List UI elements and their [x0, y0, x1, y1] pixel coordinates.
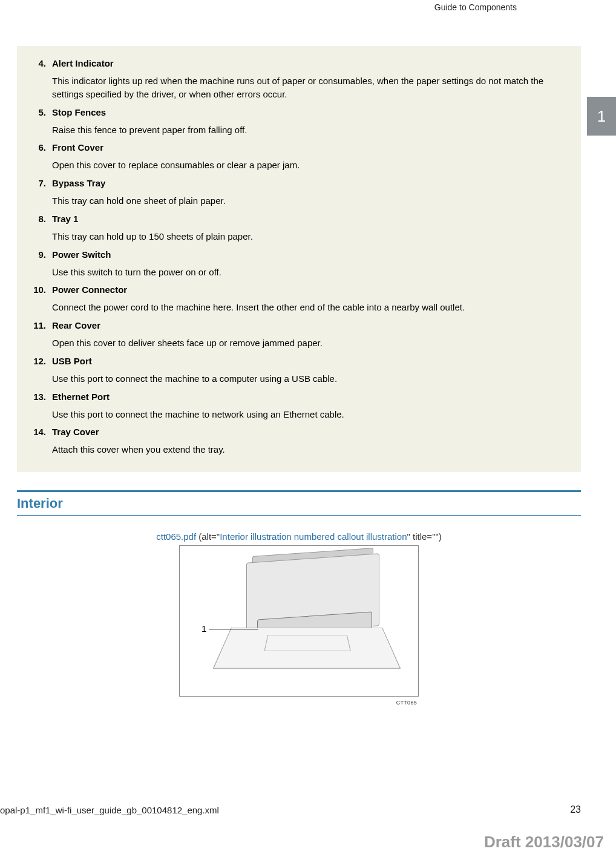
figure-alt-suffix: " title="") [407, 531, 442, 542]
list-description: This indicator lights up red when the ma… [52, 74, 570, 101]
list-number: 7. [28, 178, 52, 208]
list-description: Connect the power cord to the machine he… [52, 301, 570, 314]
list-title: Alert Indicator [52, 58, 570, 68]
list-item: 14. Tray Cover Attach this cover when yo… [28, 427, 570, 456]
list-item: 12. USB Port Use this port to connect th… [28, 356, 570, 386]
list-description: Open this cover to replace consumables o… [52, 159, 570, 172]
figure-area: ctt065.pdf (alt="Interior illustration n… [17, 531, 581, 697]
list-number: 8. [28, 214, 52, 243]
figure-alt-prefix: (alt=" [196, 531, 220, 542]
list-item: 9. Power Switch Use this switch to turn … [28, 249, 570, 279]
list-title: USB Port [52, 356, 570, 366]
footer-filename: opal-p1_mf1_wi-fi_user_guide_gb_00104812… [0, 805, 219, 815]
list-title: Bypass Tray [52, 178, 570, 188]
page-header-section: Guide to Components [434, 2, 517, 12]
list-title: Ethernet Port [52, 392, 570, 402]
list-description: Use this port to connect the machine to … [52, 372, 570, 386]
list-item: 13. Ethernet Port Use this port to conne… [28, 392, 570, 421]
list-description: This tray can hold up to 150 sheets of p… [52, 230, 570, 243]
list-item: 10. Power Connector Connect the power co… [28, 284, 570, 314]
list-number: 10. [28, 284, 52, 314]
list-title: Tray 1 [52, 214, 570, 224]
callout-leader-line [209, 629, 258, 629]
figure-meta: ctt065.pdf (alt="Interior illustration n… [17, 531, 581, 542]
figure-alt-text: Interior illustration numbered callout i… [220, 531, 407, 542]
list-item: 8. Tray 1 This tray can hold up to 150 s… [28, 214, 570, 243]
list-item: 4. Alert Indicator This indicator lights… [28, 58, 570, 101]
printer-front-tray-shape [213, 628, 401, 669]
section-heading: Interior [17, 496, 581, 511]
footer-page-number: 23 [570, 804, 581, 815]
callout-number: 1 [202, 623, 206, 634]
list-description: Use this switch to turn the power on or … [52, 266, 570, 279]
list-item: 11. Rear Cover Open this cover to delive… [28, 320, 570, 350]
chapter-tab: 1 [587, 97, 616, 136]
list-number: 13. [28, 392, 52, 421]
figure-filename-link[interactable]: ctt065.pdf [156, 531, 196, 542]
list-title: Power Switch [52, 249, 570, 260]
figure-code: CTT065 [396, 700, 417, 706]
list-title: Power Connector [52, 284, 570, 295]
section-heading-block: Interior [17, 490, 581, 516]
list-title: Rear Cover [52, 320, 570, 330]
list-number: 5. [28, 107, 52, 137]
list-number: 4. [28, 58, 52, 101]
list-item: 6. Front Cover Open this cover to replac… [28, 142, 570, 172]
list-description: Use this port to connect the machine to … [52, 408, 570, 421]
heading-bar-bottom [17, 515, 581, 516]
list-item: 7. Bypass Tray This tray can hold one sh… [28, 178, 570, 208]
list-number: 9. [28, 249, 52, 279]
list-description: Raise this fence to prevent paper from f… [52, 123, 570, 137]
list-description: This tray can hold one sheet of plain pa… [52, 194, 570, 208]
list-description: Attach this cover when you extend the tr… [52, 443, 570, 456]
list-title: Front Cover [52, 142, 570, 153]
list-number: 12. [28, 356, 52, 386]
printer-interior-illustration: 1 CTT065 [179, 545, 419, 697]
numbered-list: 4. Alert Indicator This indicator lights… [17, 46, 581, 472]
list-number: 11. [28, 320, 52, 350]
list-number: 14. [28, 427, 52, 456]
list-title: Tray Cover [52, 427, 570, 437]
draft-watermark: Draft 2013/03/07 [484, 833, 604, 852]
list-item: 5. Stop Fences Raise this fence to preve… [28, 107, 570, 137]
list-title: Stop Fences [52, 107, 570, 117]
heading-bar-top [17, 490, 581, 492]
list-number: 6. [28, 142, 52, 172]
list-description: Open this cover to deliver sheets face u… [52, 336, 570, 350]
